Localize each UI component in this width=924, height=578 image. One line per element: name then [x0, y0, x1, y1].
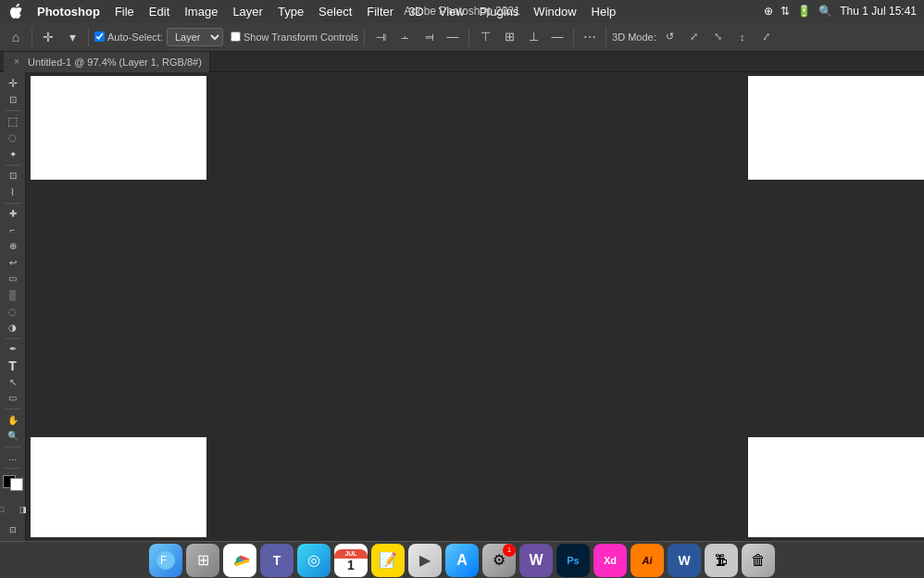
auto-select-dropdown[interactable]: Layer Group — [167, 28, 223, 46]
canvas-panel-top-right — [748, 76, 924, 180]
3d-roll-icon[interactable]: ↕ — [732, 27, 753, 47]
lasso-tool[interactable]: ◌ — [3, 130, 23, 145]
datetime: Thu 1 Jul 15:41 — [840, 5, 917, 18]
text-tool[interactable]: T — [3, 358, 23, 373]
color-swatches[interactable] — [3, 475, 23, 491]
gradient-tool[interactable]: ▒ — [3, 287, 23, 303]
dock-finder[interactable]: F — [149, 544, 182, 577]
dock-wooshy[interactable]: W — [519, 544, 553, 577]
menu-layer[interactable]: Layer — [225, 0, 270, 22]
standard-mode[interactable]: □ — [0, 499, 12, 520]
magic-wand-tool[interactable]: ✦ — [3, 146, 23, 162]
search-icon[interactable]: 🔍 — [818, 5, 832, 18]
menu-help[interactable]: Help — [584, 0, 624, 22]
eraser-tool[interactable]: ▭ — [3, 271, 23, 287]
prefs-badge: 1 — [503, 544, 516, 557]
main-area: ✛ ⊡ ⬚ ◌ ✦ ⊡ ⌇ ✚ ⌐ ⊕ ↩ ▭ ▒ ◌ ◑ ✒ T ↖ ▭ ✋ … — [0, 72, 924, 541]
tool-sep-4 — [5, 338, 21, 339]
zoom-tool[interactable]: 🔍 — [3, 428, 23, 444]
align-dash2-icon[interactable]: — — [547, 27, 568, 47]
history-tool[interactable]: ↩ — [3, 255, 23, 270]
dock-archive[interactable]: 🗜 — [705, 544, 738, 577]
eyedropper-tool[interactable]: ⌇ — [3, 184, 23, 200]
screen-mode[interactable]: ⊡ — [3, 522, 23, 538]
show-transform-input[interactable] — [231, 31, 241, 42]
dock-calendar[interactable]: JUL 1 — [334, 544, 368, 577]
menu-select[interactable]: Select — [311, 0, 359, 22]
hand-tool[interactable]: ✋ — [3, 412, 23, 428]
background-color[interactable] — [10, 478, 23, 491]
align-left-icon[interactable]: ⫣ — [370, 27, 391, 47]
home-icon[interactable]: ⌂ — [6, 27, 26, 47]
dock-keynote[interactable]: ▶ — [408, 544, 442, 577]
align-right-icon[interactable]: ⫤ — [418, 27, 439, 47]
align-middle-h-icon[interactable]: ⊞ — [499, 27, 519, 47]
artboard-tool[interactable]: ⊡ — [3, 93, 23, 108]
dock-prefs[interactable]: ⚙ 1 — [482, 544, 516, 577]
toolbar: ⌂ ✛ ▾ Auto-Select: Layer Group Show Tran… — [0, 22, 924, 52]
auto-select-input[interactable] — [94, 31, 105, 42]
3d-pan-icon[interactable]: ⤢ — [684, 27, 705, 47]
healing-tool[interactable]: ✚ — [3, 206, 23, 221]
dock-illustrator[interactable]: Ai — [631, 544, 664, 577]
menu-app-name[interactable]: Photoshop — [30, 0, 107, 22]
dock-word[interactable]: W — [668, 544, 701, 577]
crop-tool[interactable]: ⊡ — [3, 168, 23, 183]
tab-close-button[interactable]: × — [11, 57, 22, 68]
tab-title: Untitled-1 @ 97.4% (Layer 1, RGB/8#) — [28, 57, 202, 68]
dock-teams[interactable]: T — [260, 544, 293, 577]
dock-chrome[interactable] — [223, 544, 256, 577]
3d-slide-icon[interactable]: ⤤ — [756, 27, 777, 47]
blur-tool[interactable]: ◌ — [3, 304, 23, 320]
dodge-tool[interactable]: ◑ — [3, 320, 23, 335]
more-tools[interactable]: … — [3, 450, 23, 466]
more-icon[interactable]: ⋯ — [580, 27, 600, 47]
brush-tool[interactable]: ⌐ — [3, 222, 23, 238]
dock-launchpad[interactable]: ⊞ — [186, 544, 219, 577]
path-select-tool[interactable]: ↖ — [3, 374, 23, 390]
tool-sep-5 — [5, 408, 21, 409]
align-dash-icon[interactable]: — — [443, 27, 463, 47]
canvas-area[interactable] — [26, 72, 924, 541]
3d-zoom-icon[interactable]: ⤡ — [708, 27, 729, 47]
align-top-icon[interactable]: ⊤ — [475, 27, 495, 47]
show-transform-checkbox[interactable]: Show Transform Controls — [231, 31, 358, 43]
dock-photoshop[interactable]: Ps — [556, 544, 590, 577]
dock-trash[interactable]: 🗑 — [742, 544, 775, 577]
menu-edit[interactable]: Edit — [142, 0, 177, 22]
dock: F ⊞ T ◎ JUL 1 📝 ▶ A ⚙ 1 W Ps — [0, 541, 924, 578]
wifi-icon[interactable]: ⇅ — [780, 5, 790, 18]
svg-text:F: F — [160, 554, 167, 567]
toolbar-sep-6 — [606, 28, 606, 46]
dock-safari[interactable]: ◎ — [297, 544, 331, 577]
tool-sep-3 — [5, 203, 21, 204]
transform-icon[interactable]: ▾ — [62, 27, 82, 47]
auto-select-checkbox[interactable]: Auto-Select: — [94, 31, 163, 43]
menu-window[interactable]: Window — [526, 0, 583, 22]
control-center-icon[interactable]: ⊕ — [764, 5, 773, 18]
battery-icon[interactable]: 🔋 — [797, 5, 811, 18]
tabbar: × Untitled-1 @ 97.4% (Layer 1, RGB/8#) — [0, 52, 924, 72]
apple-menu[interactable] — [7, 0, 26, 22]
marquee-tool[interactable]: ⬚ — [3, 114, 23, 130]
menu-file[interactable]: File — [107, 0, 142, 22]
dock-xd[interactable]: Xd — [593, 544, 627, 577]
align-center-v-icon[interactable]: ⫠ — [394, 27, 415, 47]
doc-tab[interactable]: × Untitled-1 @ 97.4% (Layer 1, RGB/8#) — [4, 52, 210, 72]
toolbar-sep-4 — [468, 28, 469, 46]
menubar-right: ⊕ ⇅ 🔋 🔍 Thu 1 Jul 15:41 — [764, 0, 917, 22]
toolbar-sep-3 — [364, 28, 365, 46]
menu-image[interactable]: Image — [177, 0, 225, 22]
menu-filter[interactable]: Filter — [359, 0, 401, 22]
dock-appstore[interactable]: A — [445, 544, 479, 577]
stamp-tool[interactable]: ⊕ — [3, 238, 23, 254]
shape-tool[interactable]: ▭ — [3, 390, 23, 406]
move-tool-icon[interactable]: ✛ — [38, 27, 58, 47]
move-tool[interactable]: ✛ — [3, 76, 23, 92]
tool-sep-2 — [5, 165, 21, 166]
menu-type[interactable]: Type — [270, 0, 311, 22]
3d-rotate-icon[interactable]: ↺ — [660, 27, 681, 47]
pen-tool[interactable]: ✒ — [3, 342, 23, 358]
dock-notes[interactable]: 📝 — [371, 544, 405, 577]
align-bottom-icon[interactable]: ⊥ — [523, 27, 543, 47]
